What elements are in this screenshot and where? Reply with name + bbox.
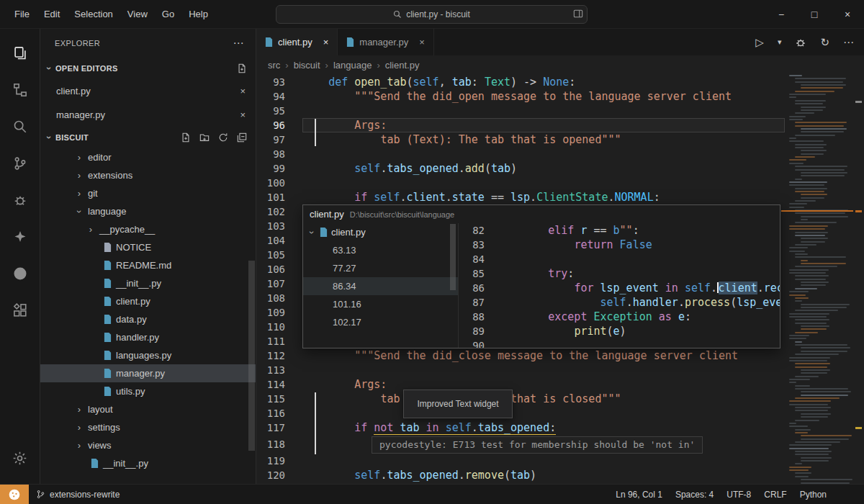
open-editor-manager-py[interactable]: manager.py × — [40, 103, 256, 127]
source-control-icon[interactable] — [4, 145, 36, 181]
code-line-85[interactable]: 85 try: — [459, 266, 780, 281]
code-line-86[interactable]: 86 for lsp_event in self.client.recv — [459, 281, 780, 295]
menu-selection[interactable]: Selection — [67, 0, 120, 29]
code-line-121[interactable]: 121 if self.client.state == lsp.ClientSt… — [256, 482, 785, 484]
maximize-button[interactable]: □ — [798, 0, 831, 29]
debug-icon[interactable] — [4, 181, 36, 218]
debug-alt-icon[interactable] — [795, 37, 806, 48]
code-line-120[interactable]: 120 self.tabs_opened.remove(tab) — [256, 468, 785, 482]
code-line-90[interactable]: 90 — [459, 338, 780, 348]
command-center[interactable]: client.py - biscuit — [276, 5, 588, 24]
peek-reference-77-27[interactable]: 77.27 — [303, 259, 458, 277]
new-untitled-file-icon[interactable] — [237, 63, 247, 73]
close-icon[interactable]: × — [240, 86, 246, 96]
open-editors-header[interactable]: › OPEN EDITORS — [40, 58, 256, 79]
workspace-header[interactable]: › BISCUIT — [40, 127, 256, 148]
code-line-112[interactable]: 112 """Send the did_close message to the… — [256, 348, 785, 363]
tab-client-py[interactable]: client.py × — [256, 29, 338, 55]
tree-item-utils-py[interactable]: utils.py — [40, 382, 256, 400]
tree-item-settings[interactable]: ›settings — [40, 418, 256, 436]
customize-layout-icon[interactable] — [573, 9, 583, 19]
explorer-icon[interactable] — [4, 35, 36, 71]
tree-item-language[interactable]: ›language — [40, 202, 256, 220]
status-crlf[interactable]: CRLF — [764, 490, 786, 500]
code-line-95[interactable]: 95 — [256, 104, 785, 118]
code-line-88[interactable]: 88 except Exception as e: — [459, 310, 780, 324]
menu-view[interactable]: View — [120, 0, 155, 29]
code-line-114[interactable]: 114 Args: — [256, 377, 785, 392]
code-line-116[interactable]: 116 — [256, 406, 785, 420]
code-line-97[interactable]: 97 tab (Text): The tab that is opened""" — [256, 132, 785, 147]
status-utf-8[interactable]: UTF-8 — [726, 490, 751, 500]
breadcrumb-item-language[interactable]: language — [333, 60, 372, 71]
outline-icon[interactable] — [4, 71, 36, 108]
code-line-84[interactable]: 84 — [459, 252, 780, 266]
code-line-99[interactable]: 99 self.tabs_opened.add(tab) — [256, 161, 785, 176]
refresh-icon[interactable]: ↻ — [820, 36, 829, 49]
code-line-83[interactable]: 83 return False — [459, 238, 780, 252]
tree-item-extensions[interactable]: ›extensions — [40, 166, 256, 184]
branch-indicator[interactable]: extensions-rewrite — [29, 490, 120, 500]
minimize-button[interactable]: − — [765, 0, 798, 29]
tree-item-init-py[interactable]: __init__.py — [40, 454, 256, 472]
peek-reference-102-17[interactable]: 102.17 — [303, 313, 458, 331]
sidebar-scrollbar[interactable] — [248, 261, 255, 451]
code-line-101[interactable]: 101 if self.client.state == lsp.ClientSt… — [256, 190, 785, 204]
minimap[interactable] — [785, 75, 853, 484]
status-python[interactable]: Python — [800, 490, 827, 500]
overview-ruler[interactable] — [853, 75, 864, 484]
tree-item-handler-py[interactable]: handler.py — [40, 328, 256, 346]
peek-reference-63-13[interactable]: 63.13 — [303, 241, 458, 259]
tree-item-init-py[interactable]: __init__.py — [40, 274, 256, 292]
search-icon[interactable] — [4, 108, 36, 145]
peek-code[interactable]: 82 elif r == b"":83 return False8485 try… — [459, 223, 780, 348]
close-icon[interactable]: × — [240, 109, 246, 120]
tree-item-editor[interactable]: ›editor — [40, 148, 256, 166]
biscuit-logo[interactable] — [0, 485, 29, 504]
close-button[interactable]: × — [831, 0, 864, 29]
code-line-117[interactable]: 117 if not tab in self.tabs_opened: — [256, 420, 785, 435]
menu-edit[interactable]: Edit — [37, 0, 67, 29]
code-line-87[interactable]: 87 self.handler.process(lsp_event) — [459, 295, 780, 310]
tree-item-notice[interactable]: NOTICE — [40, 238, 256, 256]
breadcrumb-item-biscuit[interactable]: biscuit — [294, 60, 320, 71]
code-line-94[interactable]: 94 """Send the did_open message to the l… — [256, 89, 785, 104]
settings-icon[interactable] — [4, 440, 36, 477]
tree-item-data-py[interactable]: data.py — [40, 310, 256, 328]
github-icon[interactable] — [4, 255, 36, 292]
new-file-icon[interactable] — [181, 132, 191, 143]
peek-reference-101-16[interactable]: 101.16 — [303, 295, 458, 313]
status-ln-96-col-1[interactable]: Ln 96, Col 1 — [616, 490, 662, 500]
peek-scrollbar[interactable] — [450, 224, 456, 290]
code-line-96[interactable]: 96 Args: — [256, 118, 785, 132]
tree-item-client-py[interactable]: client.py — [40, 292, 256, 310]
code-line-118[interactable]: 118pycodestyle: E713 test for membership… — [256, 435, 785, 454]
dropdown-icon[interactable]: ▾ — [778, 37, 782, 47]
code-line-119[interactable]: 119 — [256, 454, 785, 468]
code-line-113[interactable]: 113 — [256, 363, 785, 377]
more-actions-icon[interactable]: ⋯ — [233, 37, 244, 50]
tree-item-layout[interactable]: ›layout — [40, 400, 256, 418]
code-line-115[interactable]: 115 tab (Text): The tab that is closed""… — [256, 392, 785, 406]
collapse-all-icon[interactable] — [237, 132, 247, 143]
code-line-89[interactable]: 89 print(e) — [459, 324, 780, 338]
tree-item-manager-py[interactable]: manager.py — [40, 364, 256, 382]
code-line-100[interactable]: 100 — [256, 176, 785, 190]
open-editor-client-py[interactable]: client.py × — [40, 79, 256, 103]
close-icon[interactable]: × — [419, 37, 425, 48]
status-spaces-4[interactable]: Spaces: 4 — [675, 490, 714, 500]
refresh-icon[interactable] — [218, 132, 228, 143]
peek-reference-86-34[interactable]: 86.34 — [303, 277, 458, 295]
peek-tree-root[interactable]: › client.py — [303, 223, 458, 241]
tree-item-readme-md[interactable]: README.md — [40, 256, 256, 274]
tree-item-languages-py[interactable]: languages.py — [40, 346, 256, 364]
ai-chat-icon[interactable] — [4, 218, 36, 255]
menu-file[interactable]: File — [7, 0, 37, 29]
menu-go[interactable]: Go — [155, 0, 181, 29]
close-icon[interactable]: × — [323, 37, 329, 48]
extensions-icon[interactable] — [4, 292, 36, 328]
tab-manager-py[interactable]: manager.py × — [338, 29, 434, 55]
tree-item-views[interactable]: ›views — [40, 436, 256, 454]
menu-help[interactable]: Help — [181, 0, 215, 29]
more-icon[interactable]: ⋯ — [843, 36, 854, 49]
